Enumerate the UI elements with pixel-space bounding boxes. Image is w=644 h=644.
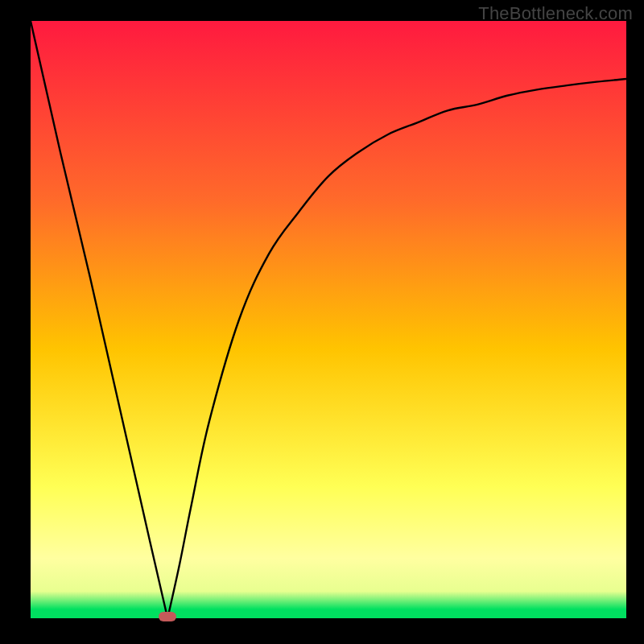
minimum-marker — [159, 612, 176, 621]
bottleneck-curve — [31, 21, 626, 618]
watermark-text: TheBottleneck.com — [478, 3, 633, 24]
plot-area — [31, 21, 626, 618]
